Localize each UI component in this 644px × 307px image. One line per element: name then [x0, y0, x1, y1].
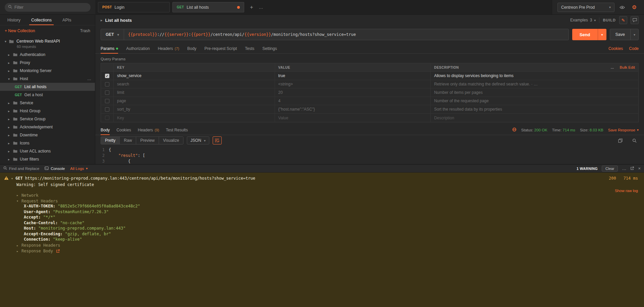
save-button[interactable]: Save [610, 29, 639, 40]
param-key[interactable]: page [114, 97, 275, 105]
sidebar-filter[interactable] [5, 3, 91, 12]
format-dropdown[interactable]: JSON [187, 136, 209, 144]
request-tab-params[interactable]: Params [101, 44, 118, 53]
examples-dropdown[interactable]: Examples 3 [570, 18, 596, 22]
view-mode-pretty[interactable]: Pretty [101, 137, 120, 144]
request-tab-pre-request-script[interactable]: Pre-request Script [205, 44, 237, 53]
request-get-a-host[interactable]: GETGet a host [0, 91, 95, 99]
param-checkbox[interactable] [105, 82, 109, 86]
view-mode-raw[interactable]: Raw [120, 137, 136, 144]
comments-button[interactable] [631, 16, 639, 24]
console-log-entry[interactable]: GEThttps://monitoring-preprod.company.la… [4, 175, 640, 181]
cookies-link[interactable]: Cookies [608, 46, 623, 51]
environment-selector[interactable]: Centreon Pre Prod [557, 3, 614, 12]
folder-menu-icon[interactable]: … [87, 76, 92, 81]
folder-monitoring-server[interactable]: ▸Monitoring Server [0, 67, 95, 75]
new-tab-button[interactable]: + [247, 3, 256, 12]
sidebar-tab-apis[interactable]: APIs [57, 15, 76, 25]
param-row-limit[interactable]: limit20Number of items per pages [101, 88, 638, 97]
save-label[interactable]: Save [610, 29, 631, 40]
sidebar-tab-history[interactable]: History [2, 15, 26, 25]
response-tab-body[interactable]: Body [101, 125, 110, 135]
param-key[interactable]: limit [114, 88, 275, 97]
param-key[interactable]: sort_by [114, 105, 275, 113]
folder-host-group[interactable]: ▸Host Group [0, 107, 95, 115]
console-more-options-icon[interactable]: … [622, 166, 626, 171]
code-link[interactable]: Code [629, 46, 639, 51]
console-section-response-headers[interactable]: ▸Response Headers [16, 243, 640, 248]
edit-request-button[interactable]: ✎ [619, 16, 627, 24]
folder-user-acl-actions[interactable]: ▸User ACL actions [0, 147, 95, 155]
folder-proxy[interactable]: ▸Proxy [0, 59, 95, 67]
new-collection-button[interactable]: + New Collection [5, 28, 35, 33]
clear-console-button[interactable]: Clear [602, 166, 618, 172]
response-body-editor[interactable]: 1234 { "result": [ { "id": 174, [95, 146, 644, 164]
folder-downtime[interactable]: ▸Downtime [0, 131, 95, 139]
settings-gear-button[interactable]: ⚙ [630, 3, 639, 12]
bulk-edit-link[interactable]: Bulk Edit [620, 65, 635, 69]
param-description[interactable]: Allows to display services belonging to … [431, 72, 638, 80]
param-checkbox[interactable]: ✓ [105, 74, 109, 78]
folder-user-filters[interactable]: ▸User filters [0, 155, 95, 163]
method-dropdown[interactable]: GET [101, 29, 124, 40]
response-tab-test-results[interactable]: Test Results [166, 125, 188, 135]
param-value[interactable]: true [275, 72, 431, 80]
console-section-network[interactable]: ▸Network [16, 192, 640, 198]
request-tab-body[interactable]: Body [187, 44, 196, 53]
show-raw-log-link[interactable]: Show raw log [615, 189, 638, 193]
param-checkbox[interactable] [105, 107, 109, 112]
param-description[interactable]: Number of the requested page [431, 97, 638, 105]
console-section-request-headers[interactable]: ▾Request Headers [16, 198, 640, 204]
trash-link[interactable]: Trash [80, 28, 90, 33]
environment-quick-look-button[interactable] [618, 3, 627, 12]
console-tab[interactable]: Console [45, 167, 65, 171]
save-response-button[interactable]: Save Response [608, 128, 639, 132]
param-key[interactable]: show_service [114, 72, 275, 80]
request-tab-headers[interactable]: Headers(7) [158, 44, 179, 53]
param-description[interactable]: Number of items per pages [431, 88, 638, 97]
response-tab-headers[interactable]: Headers(9) [138, 125, 159, 135]
save-options-caret[interactable] [630, 29, 638, 40]
view-mode-preview[interactable]: Preview [136, 137, 159, 144]
param-description[interactable]: Sort the resulted data by its properties [431, 105, 638, 113]
param-row-search[interactable]: search<string>Retrieve only data matchin… [101, 80, 638, 88]
close-console-icon[interactable]: × [638, 166, 641, 171]
param-value[interactable]: <string> [275, 80, 431, 88]
url-input[interactable]: {{protocol}}://{{server}}:{{port}}/centr… [124, 29, 569, 40]
find-and-replace-tab[interactable]: Find and Replace [3, 166, 39, 171]
param-key[interactable]: search [114, 80, 275, 88]
send-button[interactable]: Send [572, 29, 606, 40]
param-checkbox[interactable] [105, 90, 109, 95]
response-tab-cookies[interactable]: Cookies [116, 125, 131, 135]
log-filter-dropdown[interactable]: All Logs [70, 167, 88, 171]
open-in-new-window-icon[interactable] [630, 167, 634, 170]
collection-root[interactable]: Centreon Web RestAPI 60 requests [0, 36, 95, 51]
folder-service[interactable]: ▸Service [0, 99, 95, 107]
param-description[interactable]: Retrieve only data matching the defined … [431, 80, 638, 88]
param-row-new[interactable]: KeyValueDescription [101, 114, 638, 122]
tab-options-button[interactable]: … [256, 3, 266, 12]
param-value-placeholder[interactable]: Value [275, 114, 431, 122]
folder-host[interactable]: ▾Host… [0, 75, 95, 83]
param-value[interactable]: {"host.name":"ASC"} [275, 105, 431, 113]
caret-down-icon[interactable] [11, 176, 13, 181]
folder-authentication[interactable]: ▸Authentication [0, 51, 95, 59]
params-more-options-icon[interactable]: … [611, 66, 614, 69]
sidebar-tab-collections[interactable]: Collections [26, 15, 57, 25]
param-row-sort-by[interactable]: sort_by{"host.name":"ASC"}Sort the resul… [101, 105, 638, 114]
filter-input[interactable] [14, 5, 87, 10]
send-options-caret[interactable] [598, 29, 606, 40]
request-tab-settings[interactable]: Settings [262, 44, 277, 53]
folder-service-group[interactable]: ▸Service Group [0, 115, 95, 123]
request-tab-tests[interactable]: Tests [245, 44, 254, 53]
param-checkbox[interactable] [105, 116, 109, 120]
request-list-all-hosts[interactable]: GETList all hosts [0, 83, 95, 91]
request-tab-authorization[interactable]: Authorization [126, 44, 150, 53]
folder-acknowledgement[interactable]: ▸Acknowledgement [0, 123, 95, 131]
param-description-placeholder[interactable]: Description [431, 114, 638, 122]
param-value[interactable]: 20 [275, 88, 431, 97]
open-request-tab-login[interactable]: POSTLogin [98, 2, 170, 12]
open-request-tab-list-all-hosts[interactable]: GETList all hosts [172, 2, 244, 12]
search-response-button[interactable] [630, 136, 639, 145]
collapse-caret-icon[interactable] [101, 18, 103, 22]
